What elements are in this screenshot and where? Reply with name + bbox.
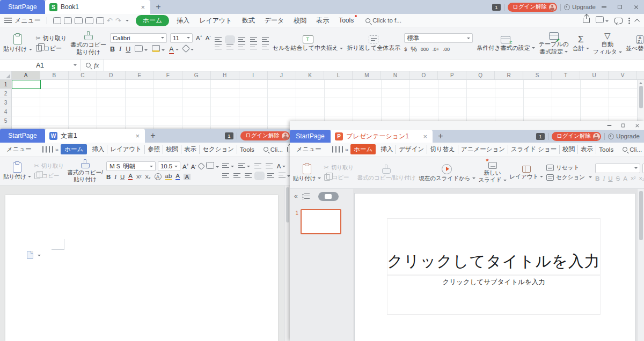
bold-button[interactable]: B — [110, 46, 115, 53]
logout-button[interactable]: ログイン解除 — [240, 131, 290, 140]
slide-view-toggle[interactable] — [318, 192, 339, 201]
format-button[interactable]: A — [175, 173, 180, 180]
undo-icon[interactable]: ↶ — [107, 17, 113, 25]
align-right-icon[interactable] — [245, 173, 252, 179]
hamburger-menu-icon[interactable] — [4, 18, 12, 23]
column-header[interactable]: J — [268, 71, 296, 79]
title-placeholder[interactable]: クリックしてタイトルを入力 — [387, 218, 601, 275]
slide-canvas[interactable]: クリックしてタイトルを入力 クリックしてサブタイトルを入力 — [354, 193, 635, 341]
menu-tab[interactable]: アニメーション — [458, 145, 508, 154]
reset-button[interactable]: リセット — [546, 164, 592, 172]
menu-tab[interactable]: 表示 — [578, 145, 596, 154]
column-header[interactable]: P — [438, 71, 466, 79]
number-format-buttons[interactable]: $%000.0+.00 — [404, 45, 473, 53]
underline-button[interactable]: U — [126, 46, 130, 53]
menu-tab[interactable]: 校閲 — [560, 145, 578, 154]
menu-tab[interactable]: レイアウト — [107, 145, 145, 154]
line-spacing-button[interactable] — [279, 172, 290, 180]
menu-tab[interactable]: 挿入 — [89, 145, 107, 154]
format-painter-button[interactable]: 書式のコピー/ 貼り付け — [67, 159, 103, 182]
column-header[interactable]: I — [239, 71, 268, 79]
menu-tab[interactable]: データ — [260, 16, 289, 25]
more-options-icon[interactable] — [628, 17, 630, 24]
paste-button[interactable]: 貼り付け — [3, 34, 32, 52]
column-header[interactable]: A — [12, 71, 40, 79]
copy-button[interactable]: コピー — [36, 45, 67, 53]
copy-button[interactable]: コピー — [34, 172, 64, 180]
cut-button[interactable]: ✂ 切り取り — [34, 162, 64, 170]
slide-thumbnail-item[interactable]: 1 — [290, 209, 353, 234]
minimize-button[interactable] — [603, 122, 615, 129]
column-header[interactable]: T — [552, 71, 580, 79]
minimize-button[interactable] — [596, 0, 612, 14]
sum-button[interactable]: Σ 合計 — [573, 35, 589, 51]
column-header[interactable]: R — [495, 71, 523, 79]
phonetic-guide-icon[interactable] — [206, 162, 219, 171]
distribute-icon[interactable] — [267, 173, 274, 179]
writer-vertical-scrollbar[interactable] — [284, 186, 290, 341]
decrease-indent-icon[interactable] — [250, 37, 257, 42]
row-header[interactable]: 2 — [0, 89, 12, 98]
menu-tab[interactable]: Tools — [596, 146, 616, 153]
output-icon[interactable] — [339, 146, 340, 153]
format-button[interactable]: S — [616, 175, 620, 182]
row-header[interactable]: 5 — [0, 116, 12, 125]
numbering-button[interactable] — [238, 162, 250, 170]
font-size-select[interactable]: 10.5 — [158, 161, 180, 171]
decrease-indent-icon[interactable] — [254, 164, 261, 169]
copy-button[interactable]: コピー — [324, 174, 354, 181]
open-icon[interactable] — [53, 17, 61, 24]
number-format-icon[interactable]: .0+ — [433, 47, 440, 52]
format-button[interactable]: A — [155, 173, 162, 180]
paste-button[interactable]: 貼り付け — [293, 164, 321, 181]
tab-presentation1[interactable]: P プレゼンテーション1 × — [331, 130, 433, 143]
play-from-current-button[interactable]: 現在のスライドから — [419, 164, 475, 181]
distribute-icon[interactable] — [262, 45, 269, 50]
menu-tab[interactable]: 校閲 — [289, 16, 311, 25]
layout-button[interactable]: レイアウト — [510, 166, 544, 180]
scroll-up-icon[interactable] — [639, 82, 642, 84]
format-button[interactable]: X₂ — [639, 175, 644, 181]
print-icon[interactable] — [342, 146, 343, 153]
char-border-button[interactable]: A — [277, 162, 286, 170]
menu-tab[interactable]: 挿入 — [172, 16, 194, 25]
font-color-button[interactable]: A — [169, 46, 178, 53]
format-button[interactable]: X² — [631, 175, 636, 181]
tab-home[interactable]: ホーム — [61, 144, 87, 154]
tab-home[interactable]: ホーム — [350, 144, 376, 154]
scrollbar-thumb[interactable] — [639, 86, 643, 108]
increase-indent-icon[interactable] — [262, 37, 269, 42]
column-header[interactable]: E — [126, 71, 154, 79]
grow-font-button[interactable]: A+ — [182, 163, 189, 170]
tab-home[interactable]: ホーム — [136, 15, 170, 26]
collapse-panel-icon[interactable]: « — [294, 192, 297, 200]
save-icon[interactable] — [64, 17, 72, 24]
output-icon[interactable] — [49, 146, 50, 153]
menu-tab[interactable]: 数式 — [237, 16, 260, 25]
new-tab-button[interactable]: + — [145, 131, 161, 140]
search-box[interactable]: Cli... — [264, 146, 283, 153]
align-center-icon[interactable] — [226, 45, 233, 50]
close-tab-icon[interactable]: × — [422, 132, 428, 140]
column-header[interactable]: K — [296, 71, 325, 79]
column-header[interactable]: L — [324, 71, 353, 79]
tab-count-badge[interactable]: 1 — [492, 4, 501, 11]
menu-tab[interactable]: 表示 — [181, 145, 200, 154]
logout-button[interactable]: ログイン解除 — [508, 3, 557, 12]
select-all-corner[interactable] — [0, 71, 12, 79]
close-tab-icon[interactable]: × — [134, 132, 141, 140]
print-icon[interactable] — [85, 17, 93, 24]
writer-format-buttons[interactable]: BIUAX²X₂AabAA — [106, 173, 219, 180]
align-center-icon[interactable] — [233, 173, 240, 179]
menu-tab[interactable]: 挿入 — [378, 145, 396, 154]
redo-icon[interactable]: ↷ — [115, 17, 121, 25]
grow-font-button[interactable]: A+ — [196, 34, 202, 41]
number-format-icon[interactable]: 000 — [421, 47, 429, 52]
open-icon[interactable] — [332, 146, 333, 153]
fill-color-button[interactable] — [152, 45, 165, 54]
format-button[interactable]: X₂ — [145, 174, 151, 180]
new-tab-button[interactable]: + — [150, 2, 166, 12]
borders-button[interactable] — [135, 45, 148, 54]
number-format-icon[interactable]: $ — [404, 47, 407, 52]
font-name-select[interactable]: ＭＳ 明朝 — [106, 161, 156, 171]
